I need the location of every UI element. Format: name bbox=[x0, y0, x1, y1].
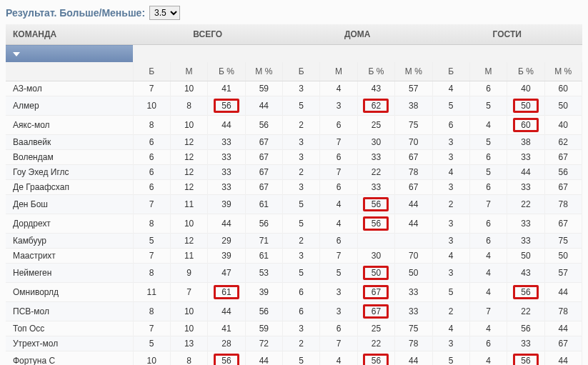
value-cell: 33 bbox=[507, 234, 544, 249]
col-home-m[interactable]: М bbox=[320, 62, 357, 81]
col-away-mp[interactable]: М % bbox=[544, 62, 582, 81]
team-cell[interactable]: Маастрихт bbox=[6, 249, 133, 264]
value-cell: 4 bbox=[432, 321, 469, 336]
value-cell: 2 bbox=[283, 116, 320, 135]
value-cell: 56 bbox=[507, 321, 544, 336]
value-cell: 57 bbox=[395, 81, 432, 96]
value-cell: 56 bbox=[507, 283, 544, 302]
team-cell[interactable]: АЗ-мол bbox=[6, 81, 133, 96]
team-cell[interactable]: Неймеген bbox=[6, 264, 133, 283]
col-away-b[interactable]: Б bbox=[432, 62, 469, 81]
value-cell: 5 bbox=[432, 283, 469, 302]
team-cell[interactable]: ПСВ-мол bbox=[6, 302, 133, 321]
value-cell: 3 bbox=[283, 321, 320, 336]
team-cell[interactable]: Ваалвейк bbox=[6, 135, 133, 150]
stats-table: КОМАНДАВСЕГОДОМАГОСТИБМБ %М %БМБ %М %БМБ… bbox=[6, 24, 582, 365]
team-cell[interactable]: Дордрехт bbox=[6, 214, 133, 234]
value-cell: 50 bbox=[544, 96, 582, 116]
value-cell: 5 bbox=[283, 96, 320, 116]
value-cell: 6 bbox=[320, 116, 357, 135]
table-row: Утрехт-мол5132872272278363367 bbox=[6, 336, 582, 351]
table-row: Неймеген894753555050344357 bbox=[6, 264, 582, 283]
value-cell: 56 bbox=[357, 351, 394, 366]
team-cell[interactable]: Утрехт-мол bbox=[6, 336, 133, 351]
team-cell[interactable]: Гоу Эхед Иглс bbox=[6, 165, 133, 180]
col-away-m[interactable]: М bbox=[469, 62, 507, 81]
value-cell: 8 bbox=[133, 116, 170, 135]
value-cell: 6 bbox=[283, 283, 320, 302]
team-cell[interactable]: Волендам bbox=[6, 150, 133, 165]
value-cell: 30 bbox=[357, 135, 394, 150]
col-group-home[interactable]: ДОМА bbox=[283, 24, 432, 45]
team-cell[interactable]: Де Граафсхап bbox=[6, 180, 133, 195]
value-cell: 75 bbox=[395, 116, 432, 135]
sort-spacer bbox=[208, 45, 245, 63]
team-cell[interactable]: Ден Бош bbox=[6, 195, 133, 214]
col-home-mp[interactable]: М % bbox=[395, 62, 432, 81]
value-cell: 3 bbox=[432, 234, 469, 249]
value-cell: 6 bbox=[320, 150, 357, 165]
value-cell: 6 bbox=[320, 180, 357, 195]
value-cell: 28 bbox=[208, 336, 245, 351]
col-group-away[interactable]: ГОСТИ bbox=[432, 24, 582, 45]
value-cell: 4 bbox=[320, 81, 357, 96]
col-all-bp[interactable]: Б % bbox=[208, 62, 245, 81]
value-cell: 67 bbox=[357, 283, 394, 302]
value-cell: 4 bbox=[469, 351, 507, 366]
value-cell: 12 bbox=[170, 234, 207, 249]
value-cell: 10 bbox=[170, 81, 207, 96]
team-cell[interactable]: Фортуна С bbox=[6, 351, 133, 366]
value-cell: 11 bbox=[170, 249, 207, 264]
col-all-mp[interactable]: М % bbox=[245, 62, 282, 81]
col-home-b[interactable]: Б bbox=[283, 62, 320, 81]
value-cell: 3 bbox=[283, 135, 320, 150]
value-cell bbox=[357, 234, 394, 249]
value-cell: 4 bbox=[320, 214, 357, 234]
team-cell[interactable]: Алмер bbox=[6, 96, 133, 116]
col-group-team[interactable]: КОМАНДА bbox=[6, 24, 133, 45]
value-cell: 6 bbox=[320, 234, 357, 249]
col-home-bp[interactable]: Б % bbox=[357, 62, 394, 81]
value-cell: 7 bbox=[133, 321, 170, 336]
value-cell: 56 bbox=[357, 195, 394, 214]
team-cell[interactable]: Аякс-мол bbox=[6, 116, 133, 135]
col-away-bp[interactable]: Б % bbox=[507, 62, 544, 81]
sort-column-team[interactable] bbox=[6, 45, 133, 63]
value-cell: 25 bbox=[357, 116, 394, 135]
table-body: АЗ-мол7104159344357464060Алмер1085644536… bbox=[6, 81, 582, 366]
value-cell: 33 bbox=[507, 150, 544, 165]
value-cell: 33 bbox=[395, 283, 432, 302]
team-cell[interactable]: Омниворлд bbox=[6, 283, 133, 302]
table-row: Ден Бош7113961545644272278 bbox=[6, 195, 582, 214]
value-cell: 67 bbox=[544, 336, 582, 351]
value-cell: 70 bbox=[395, 249, 432, 264]
value-cell: 7 bbox=[320, 336, 357, 351]
value-cell: 7 bbox=[133, 195, 170, 214]
value-cell: 12 bbox=[170, 180, 207, 195]
value-cell: 72 bbox=[245, 336, 282, 351]
value-cell: 10 bbox=[170, 302, 207, 321]
value-cell: 22 bbox=[357, 165, 394, 180]
value-cell: 5 bbox=[432, 96, 469, 116]
value-cell: 4 bbox=[432, 249, 469, 264]
value-cell: 33 bbox=[208, 180, 245, 195]
col-all-b[interactable]: Б bbox=[133, 62, 170, 81]
table-row: АЗ-мол7104159344357464060 bbox=[6, 81, 582, 96]
value-cell: 7 bbox=[469, 302, 507, 321]
value-cell: 10 bbox=[170, 214, 207, 234]
value-cell: 2 bbox=[283, 165, 320, 180]
col-group-all[interactable]: ВСЕГО bbox=[133, 24, 282, 45]
value-cell: 50 bbox=[507, 249, 544, 264]
value-cell: 5 bbox=[469, 165, 507, 180]
value-cell: 3 bbox=[283, 81, 320, 96]
value-cell: 67 bbox=[544, 180, 582, 195]
team-cell[interactable]: Топ Осс bbox=[6, 321, 133, 336]
value-cell: 3 bbox=[283, 150, 320, 165]
value-cell: 33 bbox=[208, 150, 245, 165]
col-all-m[interactable]: М bbox=[170, 62, 207, 81]
over-under-select[interactable]: 0.51.52.53.54.55.5 bbox=[149, 6, 180, 20]
team-cell[interactable]: Камбуур bbox=[6, 234, 133, 249]
value-cell: 39 bbox=[245, 283, 282, 302]
value-cell: 3 bbox=[432, 150, 469, 165]
value-cell: 33 bbox=[395, 302, 432, 321]
